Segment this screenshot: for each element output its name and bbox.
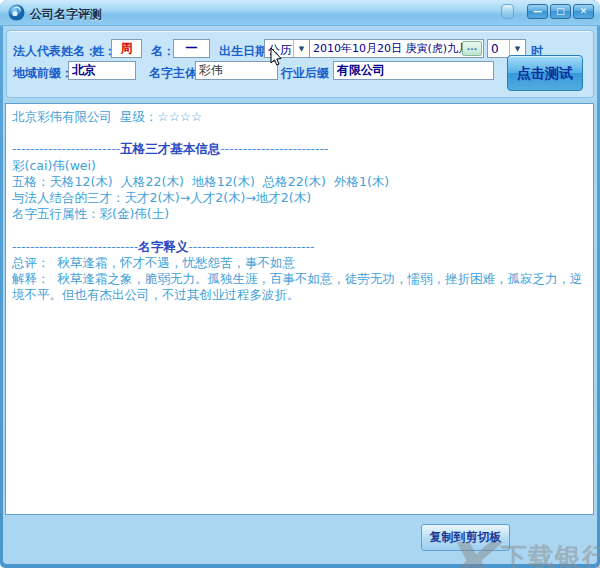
name-pinyin-line: 彩(cai)伟(wei) [12, 158, 587, 174]
titlebar[interactable]: 公司名字评测 — □ ✕ [0, 0, 600, 26]
summary-line: 总评： 秋草逢霜，怀才不遇，忧愁怨苦，事不如意 [12, 255, 587, 271]
blank-line [12, 125, 587, 141]
section-title: 五格三才基本信息 [120, 141, 220, 156]
calendar-dropdown-icon[interactable]: ▼ [293, 40, 309, 57]
explanation-line: 解释： 秋草逢霜之象，脆弱无力。孤独生涯，百事不如意，徒劳无功，懦弱，挫折困难，… [12, 271, 587, 303]
blank-line [12, 222, 587, 238]
section-header-shiyi: ----------------------------名字释义--------… [12, 239, 587, 255]
maximize-button[interactable]: □ [550, 4, 571, 19]
industry-suffix-input[interactable] [333, 61, 494, 80]
givenname-input[interactable] [173, 39, 210, 58]
titlebar-decoration-icon[interactable] [501, 4, 514, 19]
result-textarea[interactable]: 北京彩伟有限公司 星级：☆☆☆☆ -----------------------… [5, 103, 594, 515]
wuge-line: 五格：天格12(木) 人格22(木) 地格12(木) 总格22(木) 外格1(木… [12, 174, 587, 190]
app-window: 公司名字评测 — □ ✕ 法人代表姓名： 姓： 名： 出生日期： 公历 ▼ 20… [0, 0, 600, 568]
watermark-brand: 下载银行 [501, 540, 600, 568]
section-header-wuge: ------------------------五格三才基本信息--------… [12, 141, 587, 157]
dash-left: ---------------------------- [12, 239, 138, 254]
dash-left: ------------------------ [12, 141, 120, 156]
input-form-panel: 法人代表姓名： 姓： 名： 出生日期： 公历 ▼ 2010年10月20日 庚寅(… [6, 30, 594, 98]
surname-input[interactable] [111, 39, 142, 58]
givenname-label: 名： [151, 43, 175, 60]
birthdate-field[interactable]: 2010年10月20日 庚寅(虎)九月十三 ... [309, 39, 484, 58]
birthdate-value: 2010年10月20日 庚寅(虎)九月十三 [310, 41, 462, 56]
dash-right: ---------------------------- [188, 239, 314, 254]
sancai-line: 与法人结合的三才：天才2(木)→人才2(木)→地才2(木) [12, 190, 587, 206]
legal-name-label: 法人代表姓名： [13, 43, 97, 60]
region-prefix-input[interactable] [68, 61, 136, 80]
app-icon [8, 4, 25, 21]
dialog-body: 法人代表姓名： 姓： 名： 出生日期： 公历 ▼ 2010年10月20日 庚寅(… [3, 26, 597, 564]
section-title: 名字释义 [138, 239, 188, 254]
window-title: 公司名字评测 [30, 6, 102, 23]
mouse-cursor [270, 48, 284, 68]
dash-right: ------------------------ [220, 141, 328, 156]
run-test-button[interactable]: 点击测试 [507, 55, 583, 91]
wuxing-line: 名字五行属性：彩(金)伟(土) [12, 206, 587, 222]
date-picker-button[interactable]: ... [462, 41, 482, 56]
close-button[interactable]: ✕ [573, 4, 594, 19]
copy-to-clipboard-button[interactable]: 复制到剪切板 [421, 524, 510, 551]
region-prefix-label: 地域前缀： [13, 65, 73, 82]
hour-value: 0 [488, 40, 509, 57]
minimize-button[interactable]: — [527, 4, 548, 19]
name-body-input[interactable] [195, 61, 278, 80]
company-star-line: 北京彩伟有限公司 星级：☆☆☆☆ [12, 109, 587, 125]
industry-suffix-label: 行业后缀： [281, 65, 341, 82]
